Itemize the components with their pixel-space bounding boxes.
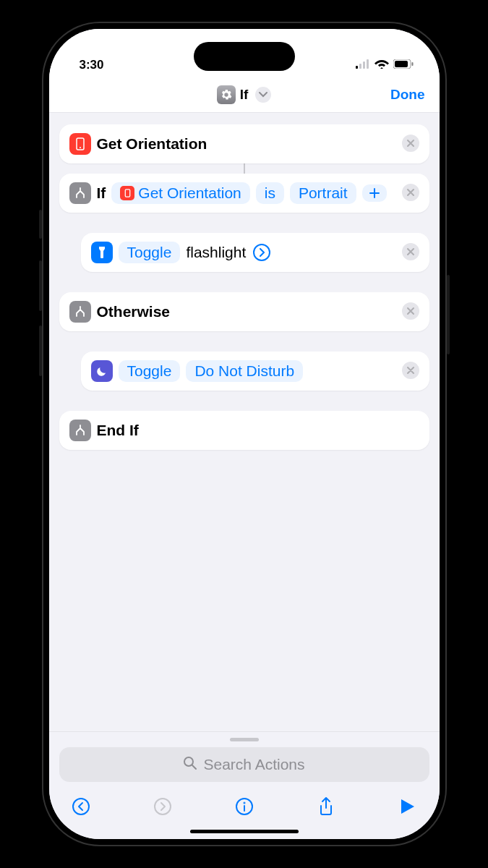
actions-list: Get Orientation If Get Orientation: [49, 113, 440, 731]
svg-point-14: [244, 803, 244, 804]
svg-rect-1: [359, 64, 361, 69]
operation-pill[interactable]: Toggle: [119, 360, 181, 382]
svg-rect-6: [411, 62, 413, 66]
svg-point-10: [184, 757, 193, 766]
chevron-down-icon[interactable]: [255, 87, 271, 103]
if-keyword: If: [97, 184, 106, 202]
focus-pill[interactable]: Do Not Disturb: [186, 360, 303, 382]
cellular-icon: [356, 58, 370, 72]
redo-button: [150, 793, 176, 820]
svg-rect-3: [367, 59, 369, 69]
connector-line: [244, 163, 245, 174]
search-placeholder: Search Actions: [203, 756, 304, 773]
svg-rect-9: [125, 190, 129, 197]
delete-button[interactable]: [402, 302, 419, 320]
drag-handle[interactable]: [230, 738, 259, 741]
action-label: Get Orientation: [97, 135, 207, 153]
end-if-label: End If: [97, 422, 139, 439]
svg-rect-0: [356, 66, 358, 69]
delete-button[interactable]: [402, 362, 419, 379]
action-get-orientation[interactable]: Get Orientation: [59, 124, 429, 163]
device-icon: [69, 133, 91, 155]
action-dnd[interactable]: Toggle Do Not Disturb: [81, 352, 429, 391]
condition-pill[interactable]: is: [256, 182, 284, 204]
dynamic-island: [194, 42, 295, 71]
target-label: flashlight: [186, 244, 246, 261]
flashlight-icon: [91, 242, 113, 263]
search-icon: [183, 756, 197, 774]
add-condition-button[interactable]: [362, 184, 387, 202]
bottom-panel: Search Actions: [49, 731, 440, 839]
variable-pill[interactable]: Get Orientation: [111, 182, 249, 204]
svg-point-8: [80, 147, 81, 148]
svg-rect-5: [395, 61, 408, 67]
value-pill[interactable]: Portrait: [290, 182, 356, 204]
home-indicator[interactable]: [190, 830, 299, 833]
delete-button[interactable]: [402, 184, 419, 201]
info-button[interactable]: [231, 793, 257, 820]
branch-icon: [69, 301, 91, 323]
device-icon: [120, 186, 134, 200]
action-flashlight[interactable]: Toggle flashlight: [81, 233, 429, 272]
action-otherwise[interactable]: Otherwise: [59, 292, 429, 331]
undo-button[interactable]: [68, 793, 94, 820]
toolbar: [59, 791, 429, 822]
delete-button[interactable]: [402, 243, 419, 260]
svg-rect-2: [363, 61, 365, 69]
status-time: 3:30: [80, 58, 104, 72]
wifi-icon: [374, 58, 389, 72]
disclosure-button[interactable]: [253, 244, 270, 261]
moon-icon: [91, 360, 113, 382]
run-button[interactable]: [395, 793, 421, 820]
battery-icon: [393, 58, 414, 72]
search-actions-input[interactable]: Search Actions: [59, 747, 429, 782]
svg-point-12: [155, 799, 171, 814]
variable-label: Get Orientation: [138, 184, 241, 202]
done-button[interactable]: Done: [390, 87, 425, 103]
branch-icon: [69, 182, 91, 204]
share-button[interactable]: [313, 793, 339, 820]
otherwise-label: Otherwise: [97, 303, 171, 320]
settings-icon: [217, 85, 236, 104]
nav-title-label: If: [240, 87, 249, 103]
branch-icon: [69, 420, 91, 441]
action-if[interactable]: If Get Orientation is Portrait: [59, 174, 429, 213]
svg-point-11: [73, 799, 89, 814]
operation-pill[interactable]: Toggle: [119, 242, 181, 263]
shortcut-title[interactable]: If: [217, 85, 272, 104]
action-end-if[interactable]: End If: [59, 411, 429, 450]
delete-button[interactable]: [402, 135, 419, 152]
nav-bar: If Done: [49, 77, 440, 113]
